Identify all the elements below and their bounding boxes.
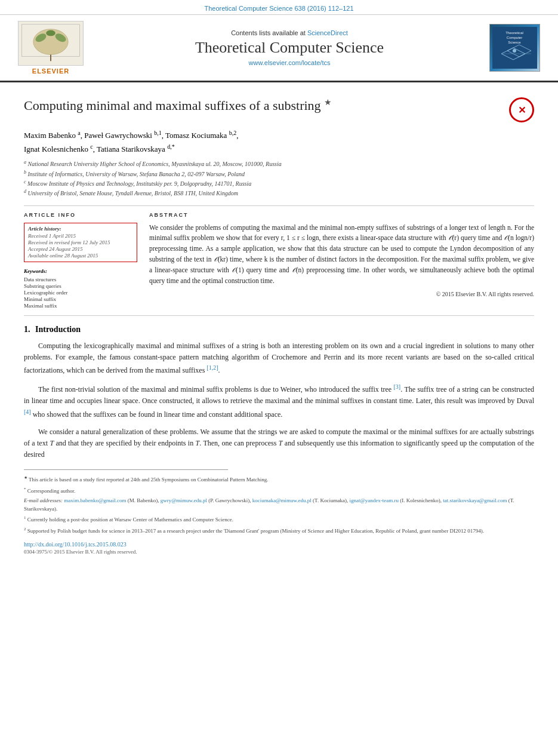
elsevier-image — [18, 21, 84, 66]
keyword-2: Substring queries — [24, 283, 137, 289]
article-info-heading: ARTICLE INFO — [24, 212, 137, 218]
intro-para-2: The first non-trivial solution of the ma… — [24, 382, 534, 420]
divider-1 — [24, 205, 534, 206]
keywords-section: Keywords: Data structures Substring quer… — [24, 268, 137, 309]
elsevier-logo: ELSEVIER — [12, 21, 90, 75]
keyword-3: Lexicographic order — [24, 290, 137, 296]
affil-b: Institute of Informatics, University of … — [28, 171, 245, 177]
journal-url: www.elsevier.com/locate/tcs — [95, 59, 483, 66]
intro-heading: 1. Introduction — [24, 325, 534, 334]
svg-text:Computer: Computer — [507, 36, 522, 39]
affil-c: Moscow Institute of Physics and Technolo… — [27, 180, 251, 187]
intro-para-3: We consider a natural generalization of … — [24, 426, 534, 461]
doi-link[interactable]: http://dx.doi.org/10.1016/j.tcs.2015.08.… — [24, 541, 127, 548]
footnote-star: ★ This article is based on a study first… — [24, 475, 534, 484]
issn-line: 0304-3975/© 2015 Elsevier B.V. All right… — [24, 549, 534, 555]
keywords-label: Keywords: — [24, 268, 137, 274]
email-starikovskaya[interactable]: tat.starikovskaya@gmail.com — [443, 497, 507, 503]
footnote-2: 2 Supported by Polish budget funds for s… — [24, 526, 534, 536]
abstract-heading: ABSTRACT — [149, 212, 534, 218]
article-info: ARTICLE INFO Article history: Received 1… — [24, 212, 137, 309]
intro-title: Introduction — [35, 325, 81, 334]
top-bar: Theoretical Computer Science 638 (2016) … — [0, 0, 558, 15]
journal-url-link[interactable]: www.elsevier.com/locate/tcs — [249, 59, 331, 66]
divider-2 — [24, 315, 534, 316]
elsevier-logo-section: ELSEVIER — [12, 21, 90, 75]
svg-point-14 — [513, 49, 516, 53]
intro-number: 1. — [24, 325, 30, 334]
keyword-4: Minimal suffix — [24, 296, 137, 302]
svg-text:Science: Science — [508, 41, 521, 44]
email-babenko[interactable]: maxim.babenko@gmail.com — [64, 497, 126, 503]
elsevier-brand: ELSEVIER — [32, 67, 69, 75]
email-gawrychowski[interactable]: gwry@mimuw.edu.pl — [161, 497, 207, 503]
journal-ref-link[interactable]: Theoretical Computer Science 638 (2016) … — [204, 5, 353, 12]
paper-title: Computing minimal and maximal suffixes o… — [24, 97, 504, 115]
authors: Maxim Babenko a, Paweł Gawrychowski b,1,… — [24, 128, 534, 156]
footnote-corresponding: * Corresponding author. — [24, 486, 534, 496]
available-date: Available online 28 August 2015 — [28, 253, 133, 259]
journal-header: ELSEVIER Contents lists available at Sci… — [0, 15, 558, 82]
introduction-section: 1. Introduction Computing the lexicograp… — [24, 325, 534, 461]
two-column-section: ARTICLE INFO Article history: Received 1… — [24, 212, 534, 309]
affil-a: National Research University Higher Scho… — [28, 161, 282, 168]
journal-title: Theoretical Computer Science — [95, 39, 483, 57]
history-label: Article history: — [28, 226, 133, 232]
email-kociumaka[interactable]: kociumaka@mimuw.edu.pl — [252, 497, 312, 503]
intro-para-1: Computing the lexicographically maximal … — [24, 340, 534, 377]
crossmark-section: ✕ — [504, 97, 534, 122]
science-direct-link[interactable]: ScienceDirect — [307, 29, 348, 36]
paper-title-section: Computing minimal and maximal suffixes o… — [24, 97, 534, 122]
footnote-emails: E-mail addresses: maxim.babenko@gmail.co… — [24, 497, 534, 513]
affil-d: University of Bristol, Senate House, Tyn… — [28, 190, 238, 197]
received-date: Received 1 April 2015 — [28, 233, 133, 239]
main-content: Computing minimal and maximal suffixes o… — [0, 82, 558, 567]
affiliations: a National Research University Higher Sc… — [24, 159, 534, 198]
article-history: Article history: Received 1 April 2015 R… — [24, 223, 137, 262]
accepted-date: Accepted 24 August 2015 — [28, 246, 133, 252]
svg-point-6 — [46, 30, 56, 36]
copyright: © 2015 Elsevier B.V. All rights reserved… — [149, 291, 534, 297]
footnote-rule — [24, 469, 228, 470]
abstract-section: ABSTRACT We consider the problems of com… — [149, 212, 534, 309]
abstract-text: We consider the problems of computing th… — [149, 223, 534, 287]
email-kolesnichenko[interactable]: ignat@yandex-team.ru — [349, 497, 399, 503]
journal-center: Contents lists available at ScienceDirec… — [90, 29, 489, 66]
contents-label: Contents lists available at — [231, 29, 306, 36]
footnote-1: 1 Currently holding a post-doc position … — [24, 515, 534, 524]
keyword-1: Data structures — [24, 276, 137, 282]
tcs-logo-section: Theoretical Computer Science — [489, 24, 546, 72]
keyword-5: Maximal suffix — [24, 303, 137, 309]
received-revised-date: Received in revised form 12 July 2015 — [28, 239, 133, 245]
science-direct-line: Contents lists available at ScienceDirec… — [95, 29, 483, 36]
doi-section: http://dx.doi.org/10.1016/j.tcs.2015.08.… — [24, 541, 534, 548]
title-star: ★ — [324, 98, 332, 107]
tcs-cover-image: Theoretical Computer Science — [489, 24, 540, 72]
svg-text:Theoretical: Theoretical — [505, 31, 523, 35]
crossmark-icon: ✕ — [509, 97, 534, 122]
